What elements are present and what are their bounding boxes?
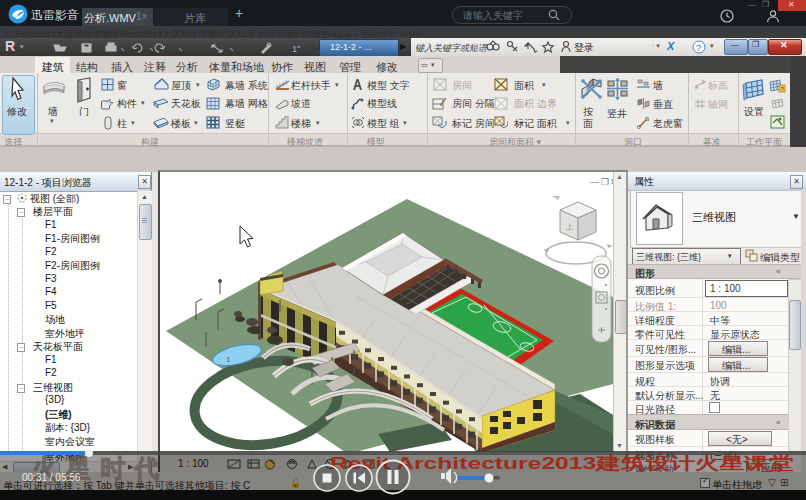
svg-text:❐: ❐ xyxy=(601,177,609,187)
svg-text:登录: 登录 xyxy=(574,42,594,53)
svg-text:—: — xyxy=(590,177,599,187)
svg-text:上: 上 xyxy=(566,223,573,230)
svg-text:1": 1" xyxy=(292,44,300,54)
svg-text:?: ? xyxy=(696,43,701,53)
svg-text:1: 1 xyxy=(226,355,231,364)
